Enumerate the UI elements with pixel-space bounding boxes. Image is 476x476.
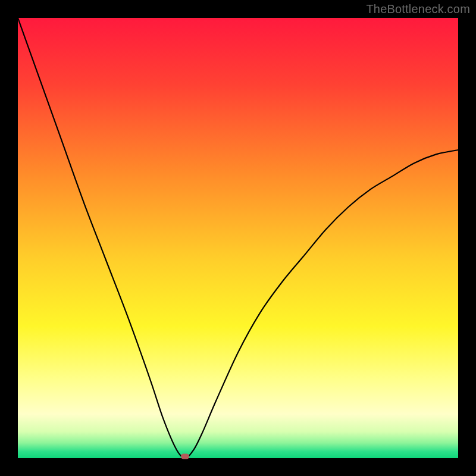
chart-frame: TheBottleneck.com [0,0,476,476]
bottleneck-chart [18,18,458,458]
watermark-text: TheBottleneck.com [366,2,470,16]
bottleneck-marker [181,454,189,459]
chart-background [18,18,458,458]
